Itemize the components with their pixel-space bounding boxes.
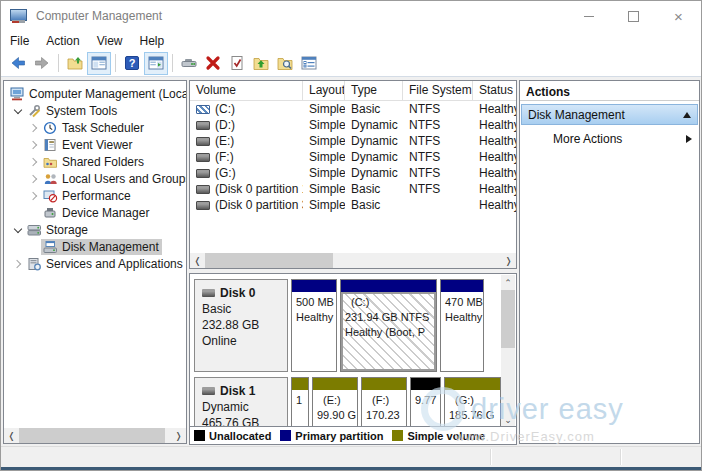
show-console-tree-button[interactable] (87, 52, 111, 75)
properties-icon (301, 55, 317, 71)
show-action-pane-button[interactable] (144, 52, 168, 75)
volume-row-f[interactable]: (F:) SimpleDynamic NTFSHealthy (190, 149, 516, 165)
disk0-partition-recovery[interactable]: 470 MB Healthy (440, 279, 484, 372)
volume-icon (196, 153, 210, 162)
minimize-button[interactable] (566, 1, 611, 31)
tree-item-services-and-applications[interactable]: Services and Applications (4, 255, 186, 272)
column-file-system[interactable]: File System (403, 81, 473, 100)
column-type[interactable]: Type (345, 81, 403, 100)
open-folder-button[interactable] (249, 52, 273, 75)
actions-disk-management[interactable]: Disk Management (521, 104, 698, 125)
chevron-collapsed-icon[interactable] (26, 188, 41, 203)
scrollbar-thumb[interactable] (19, 428, 165, 443)
tree-item-disk-management[interactable]: Disk Management (4, 238, 186, 255)
event-viewer-icon (42, 138, 58, 152)
disk0-partition-c[interactable]: (C:) 231.94 GB NTFS Healthy (Boot, P (340, 279, 437, 372)
tree-item-task-scheduler[interactable]: Task Scheduler (4, 119, 186, 136)
column-volume[interactable]: Volume (190, 81, 303, 100)
chevron-expanded-icon[interactable] (10, 222, 25, 237)
tree-item-event-viewer[interactable]: Event Viewer (4, 136, 186, 153)
volume-row-disk0-partition3[interactable]: (Disk 0 partition 3) SimpleBasic Healthy (190, 197, 516, 213)
forward-button[interactable] (30, 52, 54, 75)
chevron-collapsed-icon[interactable] (26, 171, 41, 186)
tree-item-device-manager[interactable]: Device Manager (4, 204, 186, 221)
expander-none (26, 205, 41, 220)
minimize-icon (584, 16, 594, 17)
volume-list-panel: Volume Layout Type File System Status (C… (189, 80, 517, 269)
rescan-disks-button[interactable] (177, 52, 201, 75)
scroll-down-icon[interactable]: ⌄ (501, 412, 516, 427)
disk0-partition-system[interactable]: 500 MB Healthy (291, 279, 337, 372)
disk1-kind: Dynamic (202, 399, 287, 415)
close-button[interactable]: × (656, 1, 701, 31)
scroll-right-icon[interactable]: ❭ (171, 428, 186, 443)
back-arrow-icon (10, 55, 26, 71)
partition-color-bar (341, 280, 436, 292)
up-folder-button[interactable] (63, 52, 87, 75)
scroll-right-icon[interactable]: ❭ (501, 253, 516, 268)
collapse-arrow-icon[interactable] (683, 112, 691, 118)
scrollbar-thumb[interactable] (501, 290, 515, 348)
menu-help[interactable]: Help (140, 32, 174, 50)
scrollbar-thumb[interactable] (205, 253, 333, 268)
actions-header: Actions (520, 81, 699, 101)
volume-row-disk0-partition1[interactable]: (Disk 0 partition 1) SimpleBasic NTFSHea… (190, 181, 516, 197)
tree-item-shared-folders[interactable]: Shared Folders (4, 153, 186, 170)
actions-more-actions[interactable]: More Actions (520, 128, 699, 149)
storage-icon (26, 223, 42, 237)
menu-action[interactable]: Action (46, 32, 88, 50)
legend-swatch (392, 430, 403, 441)
chevron-collapsed-icon[interactable] (10, 256, 25, 271)
partition-color-bar (313, 378, 357, 390)
check-properties-button[interactable] (225, 52, 249, 75)
toolbar: ? (1, 50, 701, 77)
computer-management-window: Computer Management × File Action View H… (0, 0, 702, 471)
explore-folder-button[interactable] (273, 52, 297, 75)
properties-button[interactable] (297, 52, 321, 75)
help-button[interactable]: ? (120, 52, 144, 75)
delete-button[interactable] (201, 52, 225, 75)
tree-item-computer-management[interactable]: Computer Management (Local (4, 85, 186, 102)
volume-row-c[interactable]: (C:) SimpleBasic NTFSHealthy (190, 101, 516, 117)
volume-list-horizontal-scrollbar[interactable]: ❬ ❭ (190, 253, 516, 268)
tree-item-system-tools[interactable]: System Tools (4, 102, 186, 119)
column-layout[interactable]: Layout (303, 81, 345, 100)
tree-horizontal-scrollbar[interactable]: ❬ ❭ (4, 428, 186, 443)
legend-primary-partition: Primary partition (280, 430, 383, 442)
chevron-collapsed-icon[interactable] (26, 154, 41, 169)
chevron-collapsed-icon[interactable] (26, 137, 41, 152)
tree-item-performance[interactable]: Performance (4, 187, 186, 204)
status-separator (620, 449, 621, 465)
tree-item-local-users-and-groups[interactable]: Local Users and Groups (4, 170, 186, 187)
status-separator (490, 449, 491, 465)
drive-icon (202, 289, 215, 297)
menu-file[interactable]: File (10, 32, 38, 50)
scroll-left-icon[interactable]: ❬ (190, 253, 205, 268)
disk-management-icon (42, 240, 58, 254)
partition-color-bar (441, 280, 483, 292)
maximize-button[interactable] (611, 1, 656, 31)
app-icon (10, 9, 27, 24)
volume-row-e[interactable]: (E:) SimpleDynamic NTFSHealthy (190, 133, 516, 149)
volume-row-g[interactable]: (G:) SimpleDynamic NTFSHealthy (190, 165, 516, 181)
back-button[interactable] (6, 52, 30, 75)
menu-view[interactable]: View (97, 32, 132, 50)
disk0-info-box[interactable]: Disk 0 Basic 232.88 GB Online (194, 279, 288, 372)
volume-icon (196, 169, 210, 178)
rescan-disks-icon (181, 55, 197, 71)
chevron-collapsed-icon[interactable] (26, 120, 41, 135)
scroll-left-icon[interactable]: ❬ (4, 428, 19, 443)
volume-icon (196, 185, 210, 194)
console-tree-icon (91, 55, 107, 71)
services-icon (26, 257, 42, 271)
volume-row-d[interactable]: (D:) SimpleDynamic NTFSHealthy (190, 117, 516, 133)
partition-color-bar (362, 378, 406, 390)
tree-item-storage[interactable]: Storage (4, 221, 186, 238)
disk-graph-vertical-scrollbar[interactable]: ⌃ ⌄ (501, 275, 515, 427)
partition-legend: Unallocated Primary partition Simple vol… (190, 426, 516, 444)
scroll-up-icon[interactable]: ⌃ (501, 275, 516, 290)
chevron-expanded-icon[interactable] (10, 103, 25, 118)
system-tools-icon (26, 104, 42, 118)
column-status[interactable]: Status (473, 81, 517, 100)
shared-folders-icon (42, 155, 58, 169)
